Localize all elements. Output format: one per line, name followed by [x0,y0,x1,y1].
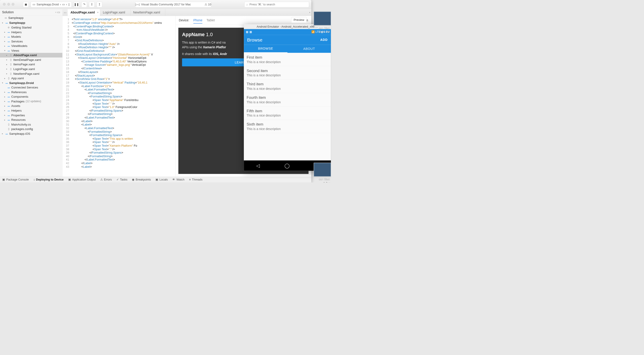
package-console-pad[interactable]: ▣Package Console [2,178,29,181]
tree-label: packages.config [11,127,33,131]
folder-icon: ▬ [8,86,10,89]
folder-icon: ▬ [8,114,10,117]
tree-item[interactable]: ▾ ▬ Views [0,48,62,53]
document-tabs: ‹ › AboutPage.xaml×LoginPage.xamlNewItem… [62,9,311,16]
tree-item[interactable]: ▸ ▬ References [0,90,62,95]
solution-root[interactable]: ▭ Sampleapp [0,16,62,20]
tree-item[interactable]: ▸ ▬ Packages (12 updates) [0,99,62,104]
tasks-pad[interactable]: ✓Tasks [116,178,128,181]
tree-item[interactable]: ▸ ▬ Sampleapp.iOS [0,131,62,136]
minimize-window-button[interactable] [7,3,10,6]
desktop-thumbnail[interactable] [314,163,331,177]
step-out-button[interactable]: ↥ [97,2,102,7]
device-phone-tab[interactable]: Phone [193,17,202,24]
folder-icon: ▬ [8,91,10,93]
nav-back-button[interactable]: ‹ [64,11,65,14]
folder-icon: ▬ [6,82,8,84]
step-over-button[interactable]: ↷ [82,2,87,7]
pause-button[interactable]: ❚❚ [74,2,80,7]
back-button[interactable]: ◁ [256,163,260,168]
code-editor[interactable]: 1 2 3 4 5 6 7 8 9 10 11 12 13 14 15 16 1… [62,16,176,177]
folder-icon: ▬ [8,100,10,103]
caret-icon: ▾ [2,82,4,84]
threads-pad[interactable]: ≡Threads [189,178,202,181]
tree-item[interactable]: ▸ {} ItemsPage.xaml [0,62,62,67]
list-item[interactable]: Third itemThis is a nice description [244,80,331,93]
list-item[interactable]: First itemThis is a nice description [244,53,331,66]
desktop-thumbnail[interactable] [314,12,331,25]
terminal-icon: ▣ [2,178,5,181]
caret-icon: ▸ [4,91,6,93]
device-tablet-tab[interactable]: Tablet [206,18,215,23]
close-window-button[interactable] [3,3,6,6]
tree-item[interactable]: ▸ ▬ Components [0,94,62,99]
line-gutter: 1 2 3 4 5 6 7 8 9 10 11 12 13 14 15 16 1… [62,16,71,177]
tree-item[interactable]: ▸ ▬ Properties [0,113,62,118]
watch-pad[interactable]: 👁Watch [172,178,184,181]
project-name: Sampleapp.Droid [36,3,59,6]
list-item[interactable]: Fourth itemThis is a nice description [244,93,331,106]
errors-pad[interactable]: ⚠Errors [100,178,112,181]
tab-overflow-icon[interactable]: ▾ [309,11,310,14]
tree-item[interactable]: ▸ {} App.xaml [0,76,62,81]
run-target-selector[interactable]: ▭ Sampleapp.Droid › ▭ › ▯ [31,2,72,7]
item-title: Third item [246,82,328,87]
tree-item[interactable]: ▾ ▬ Sampleapp [0,21,62,25]
breakpoints-pad[interactable]: ◉Breakpoints [132,178,151,181]
locals-pad[interactable]: ▣Locals [156,178,168,181]
tree-item[interactable]: ⚙ Getting Started [0,25,62,30]
item-title: First item [246,55,328,60]
tree-label: MainActivity.cs [11,123,31,126]
stop-button[interactable]: ◼ [23,2,29,7]
tree-item[interactable]: {} packages.config [0,127,62,131]
zoom-window-button[interactable] [12,3,14,6]
global-search[interactable]: ⌕ [244,2,309,7]
step-into-button[interactable]: ↧ [89,2,95,7]
tree-item[interactable]: ▸ ▬ Helpers [0,108,62,113]
solution-tree[interactable]: ▾ ▬ Sampleapp ⚙ Getting Started ▸ ▬ Help… [0,20,62,176]
document-tab[interactable]: LoginPage.xaml [100,9,130,16]
emulator-list[interactable]: First itemThis is a nice descriptionSeco… [244,53,331,160]
item-description: This is a nice description [246,100,328,104]
search-input[interactable] [250,3,307,6]
application-output-pad[interactable]: ▣Application Output [68,178,96,181]
tree-item[interactable]: ▸ ▬ Helpers [0,30,62,35]
tree-item[interactable]: ▸ ▬ Resources [0,117,62,122]
tree-item[interactable]: ▸ ▬ Services [0,39,62,44]
tree-label: Assets [11,104,20,108]
appbar-title: Browse [247,37,263,43]
item-title: Sixth item [246,122,328,127]
close-icon[interactable]: × [97,11,99,14]
folder-icon: ▬ [8,35,10,38]
tree-item[interactable]: ▸ {} ItemDetailPage.xaml [0,58,62,62]
tree-item[interactable]: ▸ ▬ Models [0,34,62,39]
tree-item[interactable]: ▸ ▬ Assets [0,104,62,109]
warnings-badge[interactable]: ⚠ 10 [204,3,211,6]
caret-icon: ▸ [4,119,6,121]
tree-item[interactable]: ▬ Connected Services [0,85,62,90]
tree-item[interactable]: ▸ ▬ ViewModels [0,44,62,48]
list-item[interactable]: Sixth itemThis is a nice description [244,120,331,133]
list-item[interactable]: Second itemThis is a nice description [244,66,331,80]
pad-mode-icon[interactable]: ▫ [55,10,56,14]
pad-collapse-icon[interactable]: ▭ [57,10,60,14]
about-tab[interactable]: ABOUT [287,45,331,53]
device-icon: ▯ [68,3,70,6]
tree-item[interactable]: ▸ {} NewItemPage.xaml [0,71,62,76]
tree-label: NewItemPage.xaml [14,72,40,76]
list-item[interactable]: Fifth itemThis is a nice description [244,106,331,120]
tree-item[interactable]: ▾ ▬ Sampleapp.Droid [0,81,62,85]
deploy-to-device-pad[interactable]: ↕Deploying to Device [34,178,64,181]
code-body[interactable]: <?xml version="1.0" encoding="utf-8"?> <… [71,16,162,177]
document-tab[interactable]: AboutPage.xaml× [68,9,100,16]
tree-item[interactable]: ▸ {} AboutPage.xaml [0,53,62,58]
tree-item[interactable]: ▸ {} LoginPage.xaml [0,67,62,71]
preview-button[interactable]: Preview [291,17,307,23]
document-tab[interactable]: NewItemPage.xaml [130,9,165,16]
tree-item[interactable]: {} MainActivity.cs [0,122,62,127]
add-button[interactable]: ADD [320,38,328,42]
home-button[interactable]: ◯ [284,163,290,168]
nav-forward-button[interactable]: › [65,11,66,14]
browse-tab[interactable]: BROWSE [244,45,287,53]
warning-icon: ⚠ [100,178,103,181]
